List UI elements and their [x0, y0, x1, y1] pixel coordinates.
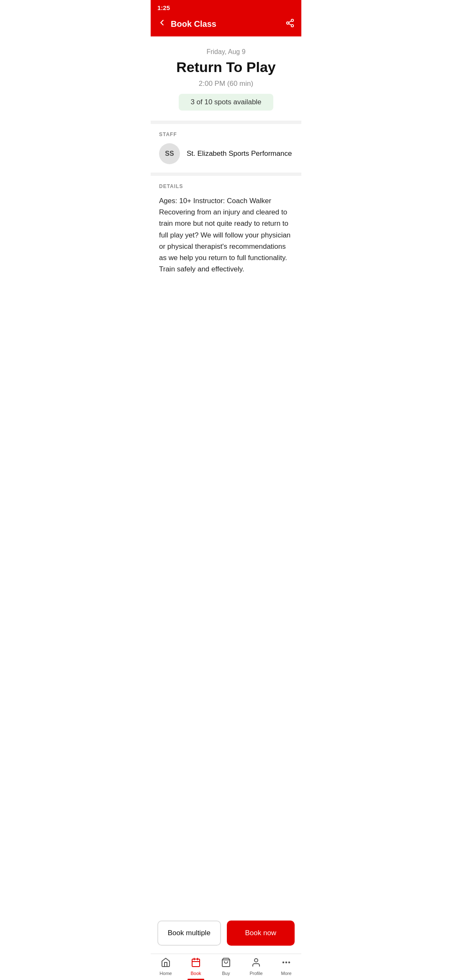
staff-name: St. Elizabeth Sports Performance — [187, 150, 292, 158]
details-section: DETAILS Ages: 10+ Instructor: Coach Walk… — [151, 176, 301, 285]
details-section-label: DETAILS — [159, 183, 293, 189]
svg-line-3 — [289, 23, 291, 25]
share-button[interactable] — [285, 18, 295, 30]
main-content: Friday, Aug 9 Return To Play 2:00 PM (60… — [151, 36, 301, 352]
svg-line-4 — [289, 21, 291, 22]
status-bar: 1:25 — [151, 0, 301, 14]
header-left: Book Class — [157, 18, 216, 30]
details-text: Ages: 10+ Instructor: Coach Walker Recov… — [159, 195, 293, 275]
back-button[interactable] — [157, 18, 167, 30]
section-divider-2 — [151, 173, 301, 176]
header: Book Class — [151, 14, 301, 36]
page-title: Book Class — [171, 19, 216, 29]
staff-section: STAFF SS St. Elizabeth Sports Performanc… — [151, 124, 301, 173]
staff-row: SS St. Elizabeth Sports Performance — [159, 143, 293, 168]
staff-section-label: STAFF — [159, 132, 293, 137]
spots-available-badge: 3 of 10 spots available — [179, 94, 273, 111]
class-time: 2:00 PM (60 min) — [161, 80, 291, 88]
staff-avatar: SS — [159, 143, 180, 164]
class-info-section: Friday, Aug 9 Return To Play 2:00 PM (60… — [151, 36, 301, 121]
status-time: 1:25 — [157, 4, 170, 11]
class-date: Friday, Aug 9 — [161, 48, 291, 56]
class-name: Return To Play — [161, 59, 291, 75]
section-divider — [151, 121, 301, 124]
